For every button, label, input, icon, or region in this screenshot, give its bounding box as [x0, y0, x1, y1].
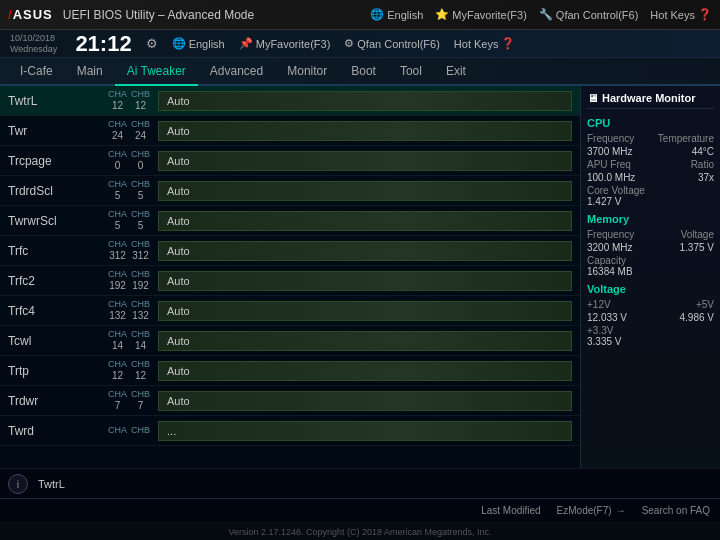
table-row[interactable]: Trfc CHA 312 CHB 312 Auto: [0, 236, 580, 266]
param-value-4[interactable]: Auto: [158, 211, 572, 231]
nav-tool[interactable]: Tool: [388, 57, 434, 85]
cha-col-3: CHA 5: [108, 179, 127, 202]
hw-capacity-row: Capacity 16384 MB: [587, 255, 714, 277]
table-row[interactable]: Tcwl CHA 14 CHB 14 Auto: [0, 326, 580, 356]
param-value-2[interactable]: Auto: [158, 151, 572, 171]
nav-icafe[interactable]: I-Cafe: [8, 57, 65, 85]
nav-exit[interactable]: Exit: [434, 57, 478, 85]
gear-icon[interactable]: ⚙: [146, 36, 158, 51]
qfan-item[interactable]: 🔧 Qfan Control(F6): [539, 8, 639, 21]
param-channels-5: CHA 312 CHB 312: [108, 239, 150, 262]
param-value-6[interactable]: Auto: [158, 271, 572, 291]
star-icon: ⭐: [435, 8, 449, 21]
cha-val-7: 132: [109, 310, 126, 322]
chb-val-2: 0: [138, 160, 144, 172]
chb-val-6: 192: [132, 280, 149, 292]
table-row[interactable]: Twr CHA 24 CHB 24 Auto: [0, 116, 580, 146]
datetime-qfan-item[interactable]: ⚙ Qfan Control(F6): [344, 37, 440, 50]
ezmode-item[interactable]: EzMode(F7) →: [557, 505, 626, 516]
cha-val-2: 0: [115, 160, 121, 172]
param-value-1[interactable]: Auto: [158, 121, 572, 141]
param-value-8[interactable]: Auto: [158, 331, 572, 351]
hw-apu-ratio-label-row: APU Freq Ratio: [587, 159, 714, 170]
param-name-3: TrdrdScl: [8, 184, 108, 198]
datetime-bar-items: 🌐 English 📌 MyFavorite(F3) ⚙ Qfan Contro…: [172, 37, 516, 50]
nav-boot[interactable]: Boot: [339, 57, 388, 85]
copyright-text: Version 2.17.1246. Copyright (C) 2018 Am…: [228, 527, 491, 537]
nav-main[interactable]: Main: [65, 57, 115, 85]
hw-monitor-title-text: Hardware Monitor: [602, 92, 696, 104]
nav-monitor[interactable]: Monitor: [275, 57, 339, 85]
hw-cpu-freq-label: Frequency: [587, 133, 634, 144]
cha-val-9: 12: [112, 370, 123, 382]
hw-capacity-value: 16384 MB: [587, 266, 714, 277]
table-row[interactable]: Trdwr CHA 7 CHB 7 Auto: [0, 386, 580, 416]
nav-aitweaker[interactable]: Ai Tweaker: [115, 58, 198, 86]
hw-mem-freq-value: 3200 MHz: [587, 242, 633, 253]
param-channels-2: CHA 0 CHB 0: [108, 149, 150, 172]
table-row[interactable]: Trtp CHA 12 CHB 12 Auto: [0, 356, 580, 386]
hw-5v-label: +5V: [696, 299, 714, 310]
search-faq-item[interactable]: Search on FAQ: [642, 505, 710, 516]
param-value-0[interactable]: Auto: [158, 91, 572, 111]
cha-label-8: CHA: [108, 329, 127, 340]
table-row[interactable]: TrdrdScl CHA 5 CHB 5 Auto: [0, 176, 580, 206]
cha-col-5: CHA 312: [108, 239, 127, 262]
cha-label-1: CHA: [108, 119, 127, 130]
question-icon: ❓: [698, 8, 712, 21]
cha-col-6: CHA 192: [108, 269, 127, 292]
english-item[interactable]: 🌐 English: [370, 8, 423, 21]
search-faq-label: Search on FAQ: [642, 505, 710, 516]
nav-bar: I-Cafe Main Ai Tweaker Advanced Monitor …: [0, 58, 720, 86]
param-name-11: Twrd: [8, 424, 108, 438]
info-button[interactable]: i: [8, 474, 28, 494]
hw-33v-label: +3.3V: [587, 325, 714, 336]
chb-val-0: 12: [135, 100, 146, 112]
nav-advanced[interactable]: Advanced: [198, 57, 275, 85]
datetime-hotkeys-item[interactable]: Hot Keys ❓: [454, 37, 516, 50]
cha-label-4: CHA: [108, 209, 127, 220]
table-row[interactable]: Trfc4 CHA 132 CHB 132 Auto: [0, 296, 580, 326]
datetime-myfavorite-item[interactable]: 📌 MyFavorite(F3): [239, 37, 331, 50]
table-row[interactable]: Trfc2 CHA 192 CHB 192 Auto: [0, 266, 580, 296]
param-name-8: Tcwl: [8, 334, 108, 348]
cha-val-10: 7: [115, 400, 121, 412]
hotkeys-item[interactable]: Hot Keys ❓: [650, 8, 712, 21]
table-row[interactable]: TwrwrScl CHA 5 CHB 5 Auto: [0, 206, 580, 236]
param-value-5[interactable]: Auto: [158, 241, 572, 261]
param-value-9[interactable]: Auto: [158, 361, 572, 381]
param-value-3[interactable]: Auto: [158, 181, 572, 201]
hw-voltage-section-title: Voltage: [587, 283, 714, 295]
param-channels-3: CHA 5 CHB 5: [108, 179, 150, 202]
chb-label-11: CHB: [131, 425, 150, 436]
hw-apu-freq-value: 100.0 MHz: [587, 172, 635, 183]
param-value-10[interactable]: Auto: [158, 391, 572, 411]
chb-col-7: CHB 132: [131, 299, 150, 322]
param-value-7[interactable]: Auto: [158, 301, 572, 321]
cha-col-2: CHA 0: [108, 149, 127, 172]
datetime-english-item[interactable]: 🌐 English: [172, 37, 225, 50]
param-name-1: Twr: [8, 124, 108, 138]
cha-col-9: CHA 12: [108, 359, 127, 382]
hw-monitor-title: 🖥 Hardware Monitor: [587, 92, 714, 109]
chb-label-2: CHB: [131, 149, 150, 160]
hw-ratio-label: Ratio: [691, 159, 714, 170]
param-value-11[interactable]: ...: [158, 421, 572, 441]
table-row[interactable]: Twrd CHA CHB ...: [0, 416, 580, 446]
hw-mem-voltage-value: 1.375 V: [680, 242, 714, 253]
cha-label-6: CHA: [108, 269, 127, 280]
table-row[interactable]: Trcpage CHA 0 CHB 0 Auto: [0, 146, 580, 176]
myfavorite-item[interactable]: ⭐ MyFavorite(F3): [435, 8, 527, 21]
table-row[interactable]: TwtrL CHA 12 CHB 12 Auto: [0, 86, 580, 116]
last-modified-label: Last Modified: [481, 505, 540, 516]
param-name-4: TwrwrScl: [8, 214, 108, 228]
hw-cpu-temp-value: 44°C: [692, 146, 714, 157]
chb-col-1: CHB 24: [131, 119, 150, 142]
hw-voltage-12-5-val-row: 12.033 V 4.986 V: [587, 312, 714, 323]
param-channels-4: CHA 5 CHB 5: [108, 209, 150, 232]
chb-label-5: CHB: [131, 239, 150, 250]
hw-cpu-temp-label: Temperature: [658, 133, 714, 144]
datetime-english-label: English: [189, 38, 225, 50]
chb-col-5: CHB 312: [131, 239, 150, 262]
bottom-status-bar: Last Modified EzMode(F7) → Search on FAQ: [0, 498, 720, 522]
